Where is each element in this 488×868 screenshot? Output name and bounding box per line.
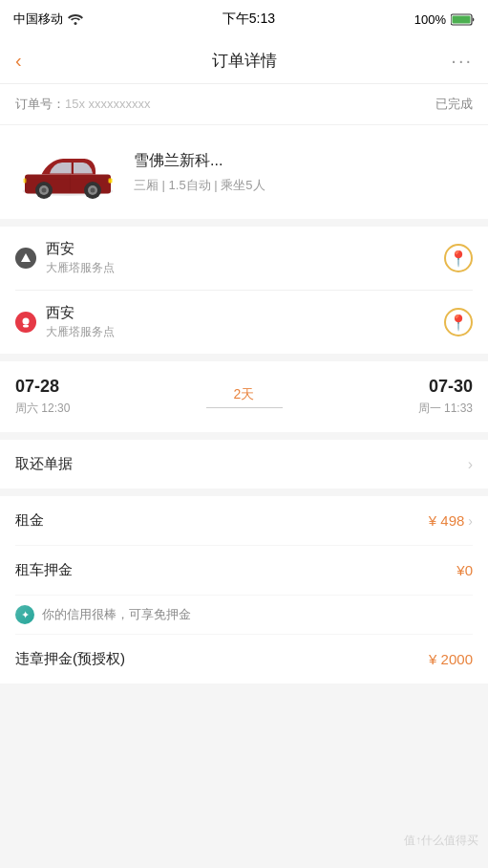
order-number: 订单号：15x xxxxxxxxxx — [15, 96, 151, 113]
rental-amount: ¥ 498 — [429, 512, 465, 529]
svg-point-17 — [23, 318, 30, 325]
credit-icon: ✦ — [15, 605, 34, 624]
carrier-label: 中国移动 — [13, 11, 63, 28]
start-date-block: 07-28 周六 12:30 — [15, 377, 168, 417]
svg-point-8 — [42, 188, 47, 193]
status-time: 下午5:13 — [223, 11, 275, 28]
wifi-icon — [68, 13, 83, 25]
return-icon — [15, 312, 36, 333]
battery-icon — [451, 13, 475, 26]
pickup-location-row: 西安 大雁塔服务点 📍 — [15, 227, 473, 291]
credit-notice-text: 你的信用很棒，可享免押金 — [42, 606, 191, 623]
page-title: 订单详情 — [212, 50, 277, 72]
return-location-row: 西安 大雁塔服务点 📍 — [15, 291, 473, 354]
status-right: 100% — [414, 12, 475, 27]
start-date: 07-28 — [15, 377, 168, 397]
end-date-block: 07-30 周一 11:33 — [320, 377, 473, 417]
return-map-button[interactable]: 📍 — [444, 308, 473, 336]
location-section: 西安 大雁塔服务点 📍 西安 大雁塔服务点 📍 — [0, 227, 488, 354]
svg-rect-12 — [109, 179, 113, 184]
credit-notice-row: ✦ 你的信用很棒，可享免押金 — [15, 596, 473, 635]
date-section: 07-28 周六 12:30 2天 07-30 周一 11:33 — [0, 361, 488, 432]
order-header: 订单号：15x xxxxxxxxxx 已完成 — [0, 84, 488, 125]
violation-amount: ¥ 2000 — [429, 651, 473, 667]
svg-marker-16 — [21, 253, 31, 262]
end-day-time: 周一 11:33 — [320, 401, 473, 417]
svg-point-0 — [74, 22, 77, 25]
rental-price-row[interactable]: 租金 ¥ 498 › — [15, 496, 473, 546]
receipt-chevron-icon: › — [468, 456, 473, 473]
map-pin-icon-return: 📍 — [449, 314, 468, 332]
violation-label: 违章押金(预授权) — [15, 650, 125, 668]
rental-price-value: ¥ 498 › — [429, 512, 473, 529]
return-address: 大雁塔服务点 — [46, 324, 435, 340]
duration-label: 2天 — [234, 386, 255, 403]
more-button[interactable]: ··· — [451, 50, 473, 72]
battery-label: 100% — [414, 12, 446, 27]
car-details: 雪佛兰新科... 三厢 | 1.5自动 | 乘坐5人 — [134, 151, 473, 194]
violation-price-value: ¥ 2000 — [429, 651, 473, 667]
status-bar: 中国移动 下午5:13 100% — [0, 0, 488, 38]
car-image — [15, 139, 120, 206]
car-specs: 三厢 | 1.5自动 | 乘坐5人 — [134, 177, 473, 194]
duration-block: 2天 — [168, 386, 321, 408]
map-pin-icon: 📍 — [449, 250, 468, 268]
deposit-price-row: 租车押金 ¥0 — [15, 546, 473, 596]
pickup-text: 西安 大雁塔服务点 — [46, 240, 435, 276]
receipt-section: 取还单据 › — [0, 440, 488, 488]
status-left: 中国移动 — [13, 11, 83, 28]
nav-bar: ‹ 订单详情 ··· — [0, 38, 488, 84]
order-header-section: 订单号：15x xxxxxxxxxx 已完成 — [0, 84, 488, 219]
return-city: 西安 — [46, 304, 435, 322]
duration-line — [206, 407, 283, 408]
back-button[interactable]: ‹ — [15, 50, 22, 72]
svg-rect-13 — [24, 179, 27, 184]
return-text: 西安 大雁塔服务点 — [46, 304, 435, 340]
deposit-price-value: ¥0 — [456, 562, 473, 578]
deposit-amount: ¥0 — [456, 562, 473, 578]
pickup-icon — [15, 248, 36, 269]
start-day-time: 周六 12:30 — [15, 401, 168, 417]
order-status-badge: 已完成 — [435, 96, 473, 113]
pickup-city: 西安 — [46, 240, 435, 258]
violation-price-row: 违章押金(预授权) ¥ 2000 — [15, 635, 473, 684]
pickup-address: 大雁塔服务点 — [46, 260, 435, 276]
svg-rect-2 — [453, 15, 471, 23]
receipt-row[interactable]: 取还单据 › — [15, 440, 473, 488]
price-section: 租金 ¥ 498 › 租车押金 ¥0 ✦ 你的信用很棒，可享免押金 违章押金(预… — [0, 496, 488, 684]
car-name: 雪佛兰新科... — [134, 151, 473, 171]
svg-point-11 — [91, 188, 95, 193]
deposit-label: 租车押金 — [15, 561, 73, 579]
pickup-map-button[interactable]: 📍 — [444, 244, 473, 272]
end-date: 07-30 — [320, 377, 473, 397]
rental-chevron-icon: › — [468, 513, 473, 529]
rental-label: 租金 — [15, 511, 44, 530]
watermark: 值↑什么值得买 — [404, 833, 478, 849]
receipt-label: 取还单据 — [15, 455, 73, 473]
car-info: 雪佛兰新科... 三厢 | 1.5自动 | 乘坐5人 — [0, 125, 488, 219]
svg-point-18 — [23, 325, 29, 328]
